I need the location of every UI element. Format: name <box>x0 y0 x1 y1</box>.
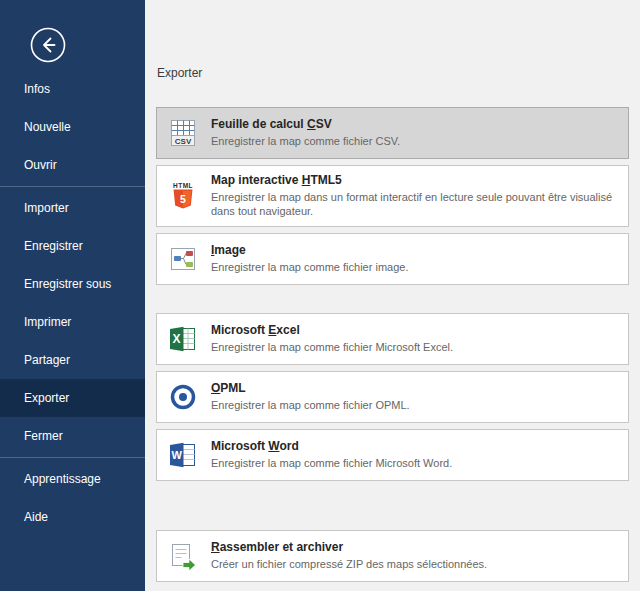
export-item-title: Microsoft Excel <box>211 323 453 337</box>
page-title: Exporter <box>157 66 629 80</box>
html5-shield-icon: HTML 5 <box>167 180 199 212</box>
word-icon: W <box>167 439 199 471</box>
sidebar-separator <box>0 186 145 187</box>
export-panel: Exporter CSV Feuille de ca <box>145 0 640 591</box>
export-item-description: Enregistrer la map comme fichier CSV. <box>211 134 400 148</box>
export-item-description: Enregistrer la map comme fichier OPML. <box>211 398 410 412</box>
sidebar-item-enregistrer-sous[interactable]: Enregistrer sous <box>0 265 145 303</box>
sidebar-item-fermer[interactable]: Fermer <box>0 417 145 455</box>
csv-spreadsheet-icon: CSV <box>167 117 199 149</box>
sidebar-item-importer[interactable]: Importer <box>0 189 145 227</box>
export-item-description: Enregistrer la map comme fichier image. <box>211 260 408 274</box>
svg-text:X: X <box>173 332 181 346</box>
export-item-description: Enregistrer la map comme fichier Microso… <box>211 340 453 354</box>
svg-text:W: W <box>171 449 182 461</box>
sidebar: Infos Nouvelle Ouvrir Importer Enregistr… <box>0 0 145 591</box>
sidebar-item-ouvrir[interactable]: Ouvrir <box>0 146 145 184</box>
opml-icon <box>167 381 199 413</box>
back-arrow-icon <box>29 26 67 64</box>
sidebar-item-nouvelle[interactable]: Nouvelle <box>0 108 145 146</box>
svg-text:CSV: CSV <box>175 137 192 146</box>
export-item-archive[interactable]: Rassembler et archiver Créer un fichier … <box>156 530 629 582</box>
sidebar-item-aide[interactable]: Aide <box>0 498 145 536</box>
sidebar-item-imprimer[interactable]: Imprimer <box>0 303 145 341</box>
export-item-title: OPML <box>211 381 410 395</box>
sidebar-separator <box>0 457 145 458</box>
export-item-title: Map interactive HTML5 <box>211 173 618 187</box>
export-item-excel[interactable]: X Microsoft Excel Enregistrer la map com… <box>156 313 629 365</box>
export-item-title: Image <box>211 243 408 257</box>
export-item-image[interactable]: Image Enregistrer la map comme fichier i… <box>156 233 629 285</box>
sidebar-item-apprentissage[interactable]: Apprentissage <box>0 460 145 498</box>
sidebar-item-partager[interactable]: Partager <box>0 341 145 379</box>
excel-icon: X <box>167 323 199 355</box>
export-item-title: Microsoft Word <box>211 439 452 453</box>
archive-icon <box>167 540 199 572</box>
sidebar-menu: Infos Nouvelle Ouvrir Importer Enregistr… <box>0 70 145 536</box>
back-button[interactable] <box>29 26 67 64</box>
export-item-description: Enregistrer la map dans un format intera… <box>211 190 618 219</box>
export-item-description: Créer un fichier compressé ZIP des maps … <box>211 557 487 571</box>
export-item-html5[interactable]: HTML 5 Map interactive HTML5 Enregistrer… <box>156 165 629 227</box>
export-item-description: Enregistrer la map comme fichier Microso… <box>211 456 452 470</box>
export-item-title: Feuille de calcul CSV <box>211 117 400 131</box>
export-item-opml[interactable]: OPML Enregistrer la map comme fichier OP… <box>156 371 629 423</box>
sidebar-item-exporter[interactable]: Exporter <box>0 379 145 417</box>
export-item-csv[interactable]: CSV Feuille de calcul CSV Enregistrer la… <box>156 107 629 159</box>
image-icon <box>167 243 199 275</box>
export-list: CSV Feuille de calcul CSV Enregistrer la… <box>156 107 629 582</box>
svg-text:HTML: HTML <box>173 181 193 188</box>
svg-text:5: 5 <box>180 192 186 204</box>
sidebar-item-infos[interactable]: Infos <box>0 70 145 108</box>
sidebar-item-enregistrer[interactable]: Enregistrer <box>0 227 145 265</box>
export-item-word[interactable]: W Microsoft Word Enregistrer la map comm… <box>156 429 629 481</box>
backstage-view: Infos Nouvelle Ouvrir Importer Enregistr… <box>0 0 640 591</box>
export-item-title: Rassembler et archiver <box>211 540 487 554</box>
